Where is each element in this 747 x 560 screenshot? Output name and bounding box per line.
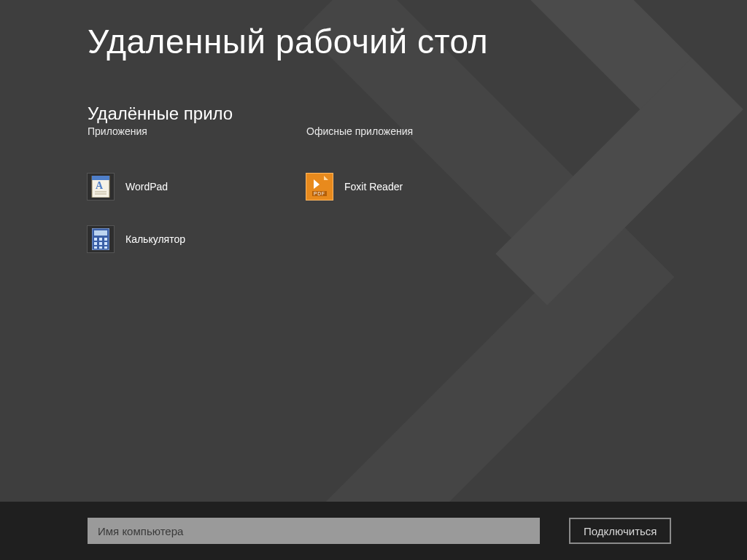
tile-label: Калькулятор: [125, 233, 185, 245]
svg-rect-8: [99, 238, 102, 241]
connect-button[interactable]: Подключиться: [569, 518, 671, 544]
tile-foxit[interactable]: PDF Foxit Reader: [306, 174, 525, 200]
section-title: Удалённые прило: [88, 104, 747, 124]
svg-rect-12: [104, 242, 107, 245]
group-apps: Приложения A WordPad: [88, 125, 306, 252]
group-office: Офисные приложения PDF Foxit Reader: [306, 125, 525, 252]
computer-name-input[interactable]: [88, 518, 540, 544]
group-heading-office: Офисные приложения: [306, 125, 525, 137]
tile-wordpad[interactable]: A WordPad: [88, 174, 306, 200]
svg-rect-10: [94, 242, 97, 245]
svg-text:A: A: [96, 180, 104, 191]
svg-rect-6: [94, 230, 107, 236]
calculator-icon: [88, 226, 114, 252]
connect-bar: Подключиться: [0, 502, 747, 560]
svg-rect-15: [104, 246, 107, 249]
svg-rect-11: [99, 242, 102, 245]
group-heading-apps: Приложения: [88, 125, 306, 137]
tile-calculator[interactable]: Калькулятор: [88, 226, 306, 252]
tile-label: WordPad: [125, 181, 168, 192]
svg-rect-14: [99, 246, 102, 249]
svg-rect-7: [94, 238, 97, 241]
page-title: Удаленный рабочий стол: [88, 22, 747, 61]
wordpad-icon: A: [88, 174, 114, 200]
tile-label: Foxit Reader: [344, 181, 403, 192]
svg-text:PDF: PDF: [314, 191, 325, 196]
svg-rect-9: [104, 238, 107, 241]
svg-rect-13: [94, 246, 97, 249]
foxit-icon: PDF: [306, 174, 333, 200]
